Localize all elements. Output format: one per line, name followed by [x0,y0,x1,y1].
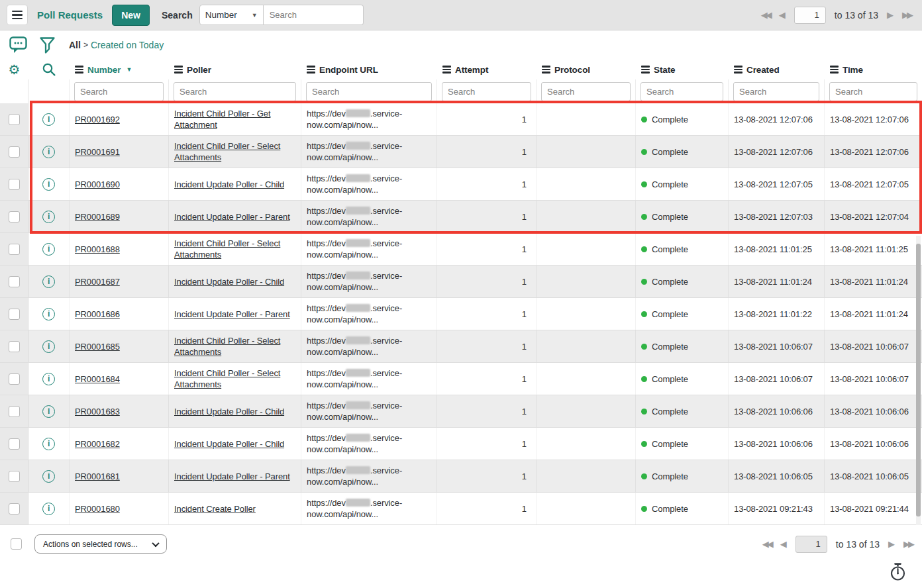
record-number-link[interactable]: PR0001689 [75,211,120,222]
column-header-poller[interactable]: Poller [169,65,301,75]
list-settings-gear-icon[interactable]: ⚙ [0,63,28,76]
filter-icon[interactable] [37,36,57,54]
row-checkbox[interactable] [9,471,20,482]
filter-input-state[interactable] [640,82,723,101]
row-checkbox[interactable] [9,503,20,514]
row-checkbox[interactable] [9,146,20,158]
info-icon[interactable]: i [42,275,55,288]
info-icon[interactable]: i [42,146,55,158]
info-icon[interactable]: i [42,178,55,191]
column-header-created[interactable]: Created [729,65,825,75]
search-field-select[interactable]: Number ▼ [199,5,264,25]
row-checkbox[interactable] [9,114,20,125]
global-search-input[interactable] [264,5,364,25]
row-checkbox[interactable] [9,309,20,320]
next-page-icon[interactable]: ▶ [887,10,894,20]
breadcrumb-all-link[interactable]: All [69,40,81,50]
record-number-link[interactable]: PR0001691 [75,146,120,158]
row-checkbox[interactable] [9,211,20,222]
poller-link[interactable]: Incident Create Poller [174,503,256,514]
filter-input-number[interactable] [74,82,164,101]
poller-link[interactable]: Incident Update Poller - Child [174,179,284,190]
info-icon[interactable]: i [42,211,55,223]
record-number-link[interactable]: PR0001690 [75,179,120,190]
first-page-icon[interactable]: ◀◀ [762,539,772,549]
column-header-endpoint-url[interactable]: Endpoint URL [301,65,437,75]
poller-link[interactable]: Incident Update Poller - Parent [174,211,290,222]
attempt-cell: 1 [437,103,537,135]
poller-link[interactable]: Incident Update Poller - Child [174,438,284,450]
breadcrumb-filter-link[interactable]: Created on Today [91,40,164,50]
record-number-link[interactable]: PR0001685 [75,341,120,352]
record-number-link[interactable]: PR0001680 [75,503,120,514]
record-number-link[interactable]: PR0001682 [75,438,120,450]
record-number-link[interactable]: PR0001683 [75,406,120,417]
hamburger-menu-icon[interactable] [7,5,28,25]
protocol-cell [537,266,636,297]
info-icon[interactable]: i [42,373,55,385]
last-page-icon[interactable]: ▶▶ [902,10,911,20]
column-header-time[interactable]: Time [825,65,922,75]
row-checkbox[interactable] [9,244,20,255]
info-icon[interactable]: i [42,243,55,256]
column-header-number[interactable]: Number ▼ [70,65,169,75]
row-checkbox[interactable] [9,341,20,352]
new-button[interactable]: New [112,5,150,26]
info-icon[interactable]: i [42,470,55,483]
info-icon[interactable]: i [42,308,55,320]
poller-link[interactable]: Incident Update Poller - Child [174,406,284,417]
filter-input-endpoint-url[interactable] [306,82,432,101]
filter-input-time[interactable] [829,82,917,101]
protocol-cell [537,136,636,168]
record-number-link[interactable]: PR0001684 [75,373,120,385]
vertical-scrollbar[interactable] [916,236,921,525]
poller-link[interactable]: Incident Update Poller - Parent [174,471,290,482]
created-cell: 13-08-2021 10:06:07 [729,363,825,395]
poller-link[interactable]: Incident Child Poller - Get Attachment [174,108,301,130]
first-page-icon[interactable]: ◀◀ [761,10,770,20]
column-header-attempt[interactable]: Attempt [437,65,537,75]
poller-link[interactable]: Incident Child Poller - Select Attachmen… [174,368,301,390]
response-time-timer-icon[interactable] [889,562,907,583]
info-icon[interactable]: i [42,340,55,353]
info-icon[interactable]: i [42,503,55,515]
filter-input-created[interactable] [733,82,819,101]
poller-link[interactable]: Incident Child Poller - Select Attachmen… [174,140,301,163]
poller-link[interactable]: Incident Child Poller - Select Attachmen… [174,238,301,260]
row-checkbox[interactable] [9,373,20,385]
record-number-link[interactable]: PR0001692 [75,114,120,125]
record-number-link[interactable]: PR0001686 [75,309,120,320]
select-all-checkbox[interactable] [11,538,22,550]
poller-link[interactable]: Incident Child Poller - Select Attachmen… [174,335,301,358]
filter-input-protocol[interactable] [541,82,631,101]
chat-icon[interactable] [8,36,28,54]
list-search-icon[interactable] [28,62,70,77]
filter-input-attempt[interactable] [442,82,531,101]
record-number-link[interactable]: PR0001687 [75,276,120,287]
next-page-icon[interactable]: ▶ [888,539,895,549]
last-page-icon[interactable]: ▶▶ [903,539,913,549]
page-number-input[interactable] [794,7,826,24]
redacted-instance-name [346,466,370,474]
info-icon[interactable]: i [42,113,55,126]
row-checkbox[interactable] [9,438,20,450]
record-number-link[interactable]: PR0001681 [75,471,120,482]
column-header-protocol[interactable]: Protocol [537,65,636,75]
column-header-state[interactable]: State [636,65,729,75]
page-number-input[interactable] [795,536,827,553]
filter-input-poller[interactable] [174,82,296,101]
endpoint-url-cell: https://dev.service-now.com/api/now... [301,103,437,135]
row-checkbox[interactable] [9,276,20,287]
row-checkbox[interactable] [9,406,20,417]
poller-link[interactable]: Incident Update Poller - Parent [174,309,290,320]
record-number-link[interactable]: PR0001688 [75,244,120,255]
info-icon[interactable]: i [42,405,55,418]
prev-page-icon[interactable]: ◀ [779,10,786,20]
prev-page-icon[interactable]: ◀ [780,539,787,549]
row-checkbox[interactable] [9,179,20,190]
info-icon[interactable]: i [42,438,55,450]
scrollbar-thumb[interactable] [916,244,921,516]
breadcrumb-separator: > [83,40,88,50]
actions-on-selected-rows-select[interactable]: Actions on selected rows... [34,534,167,554]
poller-link[interactable]: Incident Update Poller - Child [174,276,284,287]
